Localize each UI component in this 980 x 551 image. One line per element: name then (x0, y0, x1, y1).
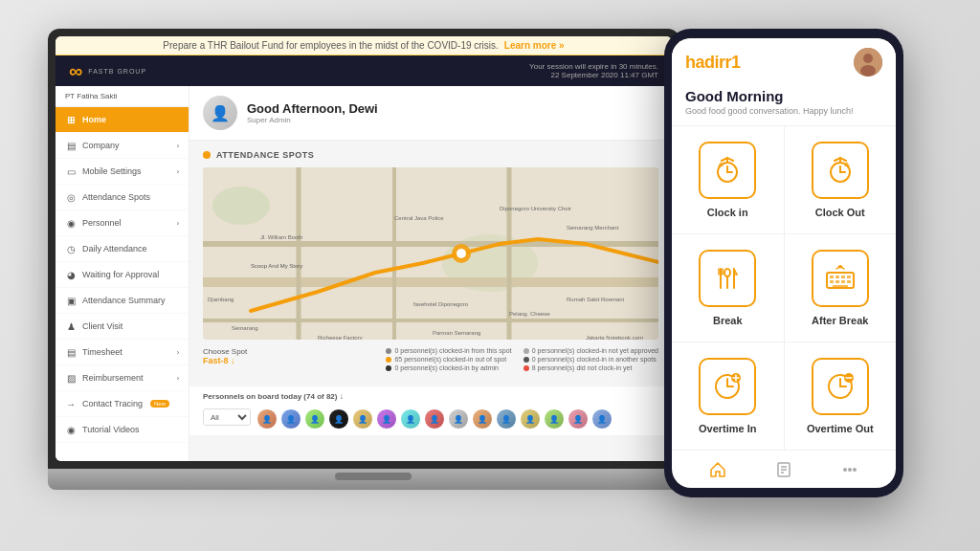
spot-select-area: Choose Spot Fast-8 ↓ (203, 347, 247, 365)
svg-text:Semarang: Semarang (232, 325, 258, 331)
svg-text:Central Java Police: Central Java Police (394, 215, 444, 221)
user-role: Super Admin (247, 116, 378, 124)
daily-icon: ◷ (65, 243, 77, 254)
chevron-icon-3: › (177, 220, 179, 227)
legend-item-5: 0 personnel(s) clocked-in by admin (386, 364, 521, 371)
personnel-filter[interactable]: All (203, 408, 251, 426)
legend-text-4: 0 personnel(s) clocked-in in another spo… (532, 356, 657, 363)
nav-more[interactable] (838, 458, 861, 481)
reimbursement-icon: ▨ (65, 372, 77, 384)
sidebar-item-client-visit[interactable]: ♟ Client Visit (56, 314, 189, 340)
sidebar-item-daily[interactable]: ◷ Daily Attendance (56, 236, 189, 262)
page-header: 👤 Good Afternoon, Dewi Super Admin (189, 86, 672, 141)
nav-report[interactable] (772, 458, 795, 481)
legend-dot-1 (386, 348, 391, 354)
avatar-6: 👤 (376, 408, 397, 430)
sidebar-label-summary: Attendance Summary (82, 296, 166, 305)
phone-logo-text: hadirr (685, 53, 731, 72)
overtime-out-button[interactable]: Overtime Out (785, 342, 897, 450)
legend-text-3: 65 personnel(s) clocked-in out of spot (394, 356, 506, 363)
summary-icon: ▣ (65, 295, 77, 306)
sidebar-label-personnel: Personnel (82, 218, 122, 228)
sidebar-label-reimbursement: Reimbursement (82, 373, 144, 383)
clock-in-button[interactable]: Clock in (672, 126, 784, 233)
svg-rect-48 (841, 276, 845, 278)
sidebar-item-personnel[interactable]: ◉ Personnel › (56, 210, 189, 236)
legend-item-3: 65 personnel(s) clocked-in out of spot (386, 356, 521, 363)
main-content: PT Fatiha Sakti ⊞ Home ▤ Company › ▭ (56, 86, 672, 461)
sidebar-item-attendance-spots[interactable]: ◎ Attendance Spots (56, 185, 189, 210)
section-dot (203, 151, 211, 159)
map-legend: 0 personnel(s) clocked-in from this spot… (386, 347, 658, 371)
avatar-row: 👤 👤 👤 👤 👤 👤 👤 👤 👤 (256, 408, 612, 430)
avatar-2: 👤 (280, 408, 301, 430)
sidebar-item-company[interactable]: ▤ Company › (56, 133, 189, 159)
avatar-3: 👤 (304, 408, 325, 430)
avatar-12: 👤 (520, 408, 541, 430)
sidebar-label-spots: Attendance Spots (82, 192, 150, 202)
svg-text:Semarang Merchant: Semarang Merchant (567, 225, 619, 231)
overtime-in-button[interactable]: Overtime In (672, 342, 784, 450)
chevron-icon-4: › (177, 349, 179, 356)
phone-logo-suffix: 1 (731, 53, 741, 72)
sidebar-label-tutorial: Tutorial Videos (82, 425, 140, 434)
banner-link[interactable]: Learn more » (504, 40, 565, 51)
nav-home[interactable] (706, 458, 729, 481)
sidebar-item-timesheet[interactable]: ▤ Timesheet › (56, 340, 189, 365)
clock-out-label: Clock Out (815, 207, 865, 218)
sidebar-item-summary[interactable]: ▣ Attendance Summary (56, 288, 189, 314)
laptop: Prepare a THR Bailout Fund for employees… (48, 29, 699, 526)
svg-text:Richeese Factory: Richeese Factory (318, 335, 363, 340)
map-container[interactable]: Jl. William Booth Central Java Police Di… (203, 167, 658, 340)
new-badge: New (150, 400, 169, 408)
laptop-screen: Prepare a THR Bailout Fund for employees… (56, 36, 672, 461)
legend-item-1: 0 personnel(s) clocked-in from this spot (386, 347, 521, 354)
greeting-area: Good Afternoon, Dewi Super Admin (247, 101, 378, 124)
svg-text:Pelang. Cheese: Pelang. Cheese (509, 311, 550, 317)
sidebar-item-waiting[interactable]: ◕ Waiting for Approval (56, 262, 189, 288)
svg-text:Jakarta Notebook.com: Jakarta Notebook.com (586, 335, 643, 340)
spot-name-value[interactable]: Fast-8 ↓ (203, 356, 247, 365)
svg-point-55 (839, 265, 841, 267)
sidebar-item-contact-tracing[interactable]: → Contact Tracing New (56, 391, 189, 417)
avatar-11: 👤 (496, 408, 517, 430)
legend-text-5: 0 personnel(s) clocked-in by admin (394, 364, 499, 371)
waiting-icon: ◕ (65, 269, 77, 280)
session-text: Your session will expire in 30 minutes. (529, 62, 658, 71)
sidebar-item-home[interactable]: ⊞ Home (56, 107, 189, 133)
client-icon: ♟ (65, 320, 77, 332)
personnel-title[interactable]: Personnels on board today (74 of 82) ↓ (203, 392, 612, 401)
personnel-icon: ◉ (65, 217, 77, 229)
legend-text-2: 0 personnel(s) clocked-in not yet approv… (532, 347, 658, 354)
break-button[interactable]: Break (672, 234, 784, 342)
legend-dot-5 (386, 365, 391, 371)
legend-item-2: 0 personnel(s) clocked-in not yet approv… (523, 347, 658, 354)
svg-text:Scoop And My Story: Scoop And My Story (251, 263, 302, 269)
attendance-section: ATTENDANCE SPOTS (189, 141, 672, 381)
spots-icon: ◎ (65, 191, 77, 203)
svg-point-72 (848, 468, 852, 472)
avatar-4: 👤 (328, 408, 349, 430)
banner-text: Prepare a THR Bailout Fund for employees… (163, 40, 499, 51)
after-break-label: After Break (812, 315, 868, 326)
sidebar-item-mobile-settings[interactable]: ▭ Mobile Settings › (56, 159, 189, 185)
svg-text:Jl. William Booth: Jl. William Booth (260, 234, 302, 240)
svg-point-1 (212, 187, 270, 225)
clock-out-button[interactable]: Clock Out (785, 126, 897, 233)
break-icon (699, 250, 756, 307)
spot-select-label: Choose Spot (203, 347, 247, 356)
clock-out-icon (812, 142, 869, 199)
sidebar-item-tutorial[interactable]: ◉ Tutorial Videos (56, 417, 189, 443)
svg-rect-54 (833, 285, 848, 287)
date-text: 22 September 2020 11:47 GMT (529, 71, 658, 79)
svg-rect-49 (847, 276, 851, 278)
svg-rect-0 (203, 167, 658, 340)
legend-text-6: 8 personnel(s) did not clock-in yet (532, 364, 633, 371)
sidebar-label-company: Company (82, 141, 120, 150)
after-break-button[interactable]: After Break (785, 234, 897, 342)
legend-dot-3 (386, 357, 391, 363)
phone-greeting-sub: Good food good conversation. Happy lunch… (685, 106, 882, 116)
legend-text-1: 0 personnel(s) clocked-in from this spot (394, 347, 511, 354)
sidebar-item-reimbursement[interactable]: ▨ Reimbursement › (56, 365, 189, 391)
phone-user-avatar[interactable] (854, 48, 882, 77)
